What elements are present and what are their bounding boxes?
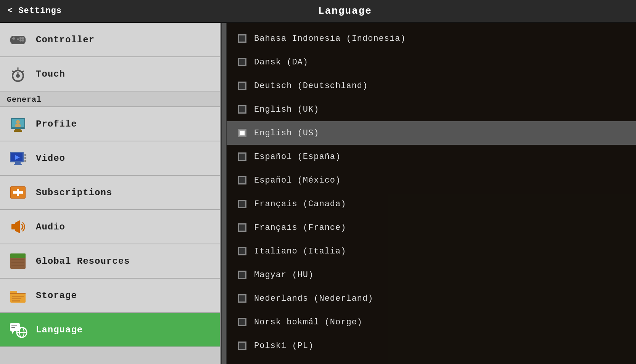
touch-label: Touch: [36, 69, 65, 79]
language-label-espanol-mexico: Español (México): [254, 176, 341, 185]
language-checkbox-english-us: [238, 129, 246, 137]
language-item-dansk[interactable]: Dansk (DA): [227, 50, 636, 74]
svg-rect-44: [10, 323, 20, 331]
svg-rect-7: [17, 38, 19, 40]
svg-rect-25: [24, 154, 26, 156]
svg-rect-49: [11, 326, 17, 326]
svg-rect-31: [11, 224, 15, 229]
language-checkbox-english-uk: [238, 105, 246, 114]
sidebar-item-profile[interactable]: Profile: [0, 107, 220, 141]
header: < Settings Language: [0, 0, 636, 23]
language-checkbox-norsk: [238, 318, 246, 326]
svg-point-5: [19, 39, 22, 42]
storage-icon: [8, 285, 28, 306]
svg-rect-14: [15, 129, 21, 130]
sidebar-item-video[interactable]: Video: [0, 141, 220, 176]
language-label-bahasa-indonesia: Bahasa Indonesia (Indonesia): [254, 34, 406, 43]
language-item-espanol-espana[interactable]: Español (España): [227, 145, 636, 168]
language-item-polski[interactable]: Polski (PL): [227, 334, 636, 358]
language-checkbox-italiano: [238, 247, 246, 255]
page-title: Language: [62, 5, 628, 17]
video-label: Video: [36, 153, 65, 164]
language-checkbox-deutsch: [238, 82, 246, 90]
controller-icon: [8, 29, 28, 50]
svg-point-18: [16, 120, 20, 124]
main-content: Controller Touch General: [0, 23, 636, 364]
svg-rect-34: [10, 253, 26, 258]
language-label-english-uk: English (UK): [254, 105, 319, 114]
svg-rect-35: [11, 259, 24, 260]
language-label-magyar: Magyar (HU): [254, 270, 314, 280]
language-icon: [8, 319, 28, 340]
language-checkbox-espanol-mexico: [238, 176, 246, 184]
language-label-italiano: Italiano (Italia): [254, 247, 346, 256]
language-label-polski: Polski (PL): [254, 341, 314, 351]
language-item-francais-canada[interactable]: Français (Canada): [227, 192, 636, 216]
language-checkbox-bahasa-indonesia: [238, 34, 246, 43]
sidebar-item-language[interactable]: Language: [0, 313, 220, 347]
sidebar-item-storage[interactable]: Storage: [0, 279, 220, 313]
global-resources-icon: [8, 251, 28, 271]
svg-rect-41: [12, 296, 24, 297]
language-label-english-us: English (US): [254, 128, 319, 138]
svg-rect-23: [14, 164, 22, 165]
language-item-magyar[interactable]: Magyar (HU): [227, 263, 636, 287]
audio-label: Audio: [36, 222, 65, 232]
global-resources-label: Global Resources: [36, 256, 130, 266]
svg-rect-26: [24, 157, 26, 159]
svg-rect-43: [12, 300, 20, 301]
svg-rect-15: [14, 130, 22, 132]
language-item-english-uk[interactable]: English (UK): [227, 98, 636, 121]
language-item-portugues-brasil[interactable]: Português (Brasil): [227, 358, 636, 364]
language-checkbox-nederlands: [238, 294, 246, 303]
sidebar-item-subscriptions[interactable]: Subscriptions: [0, 176, 220, 210]
language-label-dansk: Dansk (DA): [254, 58, 308, 67]
language-panel: Bahasa Indonesia (Indonesia)Dansk (DA)De…: [227, 23, 636, 364]
language-checkbox-espanol-espana: [238, 152, 246, 161]
sidebar-scrollbar[interactable]: [221, 23, 227, 364]
svg-point-4: [22, 37, 24, 39]
language-item-bahasa-indonesia[interactable]: Bahasa Indonesia (Indonesia): [227, 27, 636, 50]
language-item-espanol-mexico[interactable]: Español (México): [227, 168, 636, 192]
svg-rect-42: [12, 298, 21, 299]
svg-rect-36: [11, 262, 24, 263]
svg-rect-19: [15, 124, 21, 127]
language-label-espanol-espana: Español (España): [254, 152, 341, 162]
language-item-english-us[interactable]: English (US): [227, 121, 636, 145]
language-checkbox-magyar: [238, 271, 246, 279]
language-checkbox-polski: [238, 342, 246, 350]
sidebar: Controller Touch General: [0, 23, 221, 364]
svg-point-3: [19, 37, 22, 39]
language-item-nederlands[interactable]: Nederlands (Nederland): [227, 287, 636, 310]
language-checkbox-francais-canada: [238, 200, 246, 208]
svg-point-6: [22, 39, 24, 42]
touch-icon: [8, 64, 28, 84]
subscriptions-label: Subscriptions: [36, 188, 112, 198]
language-item-norsk[interactable]: Norsk bokmål (Norge): [227, 310, 636, 334]
sidebar-item-global-resources[interactable]: Global Resources: [0, 244, 220, 279]
language-label-francais-france: Français (France): [254, 223, 346, 233]
svg-point-12: [16, 74, 20, 78]
video-icon: [8, 148, 28, 168]
svg-marker-45: [11, 331, 14, 334]
language-label: Language: [36, 325, 83, 335]
language-item-deutsch[interactable]: Deutsch (Deutschland): [227, 74, 636, 98]
language-label-norsk: Norsk bokmål (Norge): [254, 317, 362, 327]
sidebar-item-controller[interactable]: Controller: [0, 23, 220, 57]
language-checkbox-dansk: [238, 58, 246, 66]
svg-rect-22: [15, 162, 21, 164]
svg-rect-50: [11, 327, 15, 328]
language-checkbox-francais-france: [238, 223, 246, 232]
svg-marker-32: [15, 220, 20, 233]
sidebar-item-touch[interactable]: Touch: [0, 57, 220, 91]
svg-rect-37: [11, 265, 24, 266]
sidebar-item-audio[interactable]: Audio: [0, 210, 220, 244]
audio-icon: [8, 216, 28, 237]
back-button[interactable]: < Settings: [8, 6, 62, 16]
language-label-deutsch: Deutsch (Deutschland): [254, 81, 368, 91]
language-label-nederlands: Nederlands (Nederland): [254, 294, 373, 303]
language-item-francais-france[interactable]: Français (France): [227, 216, 636, 239]
svg-rect-2: [13, 37, 14, 40]
language-item-italiano[interactable]: Italiano (Italia): [227, 239, 636, 263]
storage-label: Storage: [36, 290, 77, 301]
